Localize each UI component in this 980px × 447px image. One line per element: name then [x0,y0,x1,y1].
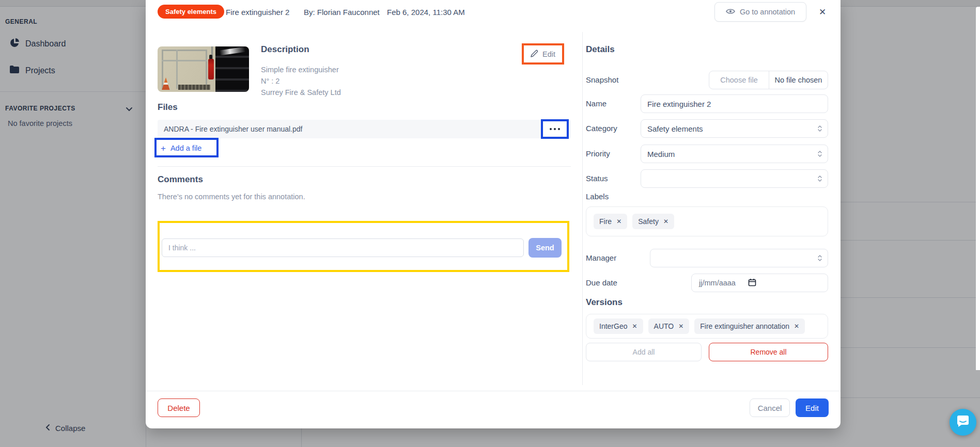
due-date-placeholder: jj/mm/aaaa [699,279,736,287]
priority-value: Medium [647,150,675,158]
file-actions-kebab-icon[interactable] [543,122,566,136]
status-select[interactable] [641,169,828,188]
app-root: GENERAL Dashboard Projects FAVORITE PROJ… [0,0,980,447]
category-badge: Safety elements [158,5,224,19]
scrollbar-track[interactable] [976,7,980,370]
add-file-button[interactable]: + Add a file [161,140,201,156]
description-line: N° : 2 [261,77,279,85]
column-divider [582,32,583,385]
labels-label: Labels [586,192,609,201]
chat-bubble-icon [956,415,970,429]
comments-heading: Comments [158,174,203,185]
category-label: Category [586,124,617,133]
remove-version-icon[interactable]: ✕ [678,323,683,330]
send-button[interactable]: Send [528,238,562,258]
edit-button[interactable]: Edit [796,398,829,417]
version-chip-text: Fire extinguisher annotation [700,322,789,330]
versions-container: InterGeo ✕ AUTO ✕ Fire extinguisher anno… [586,314,828,339]
name-input[interactable] [641,94,828,113]
thumbnail-frame-bar [162,60,207,61]
modal-title: Fire extinguisher 2 [226,0,289,24]
remove-label-icon[interactable]: ✕ [663,218,668,225]
file-list-item[interactable]: ANDRA - Fire extinguisher user manual.pd… [158,120,571,138]
files-heading: Files [158,102,178,113]
label-chip: Fire ✕ [594,214,627,229]
label-chip: Safety ✕ [632,214,674,229]
description-heading: Description [261,44,309,55]
file-name: ANDRA - Fire extinguisher user manual.pd… [164,125,302,133]
go-to-annotation-button[interactable]: Go to annotation [714,2,806,22]
add-all-button[interactable]: Add all [586,343,702,361]
due-date-input[interactable]: jj/mm/aaaa [691,274,828,292]
footer-divider [146,391,841,391]
remove-version-icon[interactable]: ✕ [632,323,637,330]
label-chip-text: Fire [599,217,612,226]
close-icon[interactable]: ✕ [816,6,829,18]
thumbnail-door-frame [162,50,207,90]
remove-label-icon[interactable]: ✕ [616,218,621,225]
manager-select[interactable] [650,249,828,267]
category-select[interactable]: Safety elements [641,119,828,138]
version-chip: Fire extinguisher annotation ✕ [694,318,805,334]
thumbnail-fire-extinguisher [208,59,214,79]
select-chevrons-icon [817,254,828,262]
go-to-annotation-label: Go to annotation [740,8,795,16]
no-file-chosen-text: No file chosen [769,71,828,89]
select-chevrons-icon [817,150,828,158]
version-chip-text: AUTO [654,322,674,330]
comment-input[interactable] [162,238,524,257]
section-divider [158,166,571,167]
snapshot-label: Snapshot [586,75,618,84]
label-chip-text: Safety [638,217,659,226]
remove-version-icon[interactable]: ✕ [794,323,799,330]
status-label: Status [586,174,608,183]
labels-container: Fire ✕ Safety ✕ [586,206,828,236]
description-edit-button[interactable]: Edit [524,45,562,62]
thumbnail-frame-bar [176,50,178,89]
select-chevrons-icon [817,124,828,133]
details-heading: Details [586,44,615,55]
choose-file-button[interactable]: Choose file [709,71,769,89]
annotation-modal: Safety elements Fire extinguisher 2 By: … [146,0,841,428]
due-date-label: Due date [586,278,617,287]
comments-empty-text: There's no comments yet for this annotat… [158,193,305,201]
add-file-label: Add a file [170,144,201,152]
description-edit-label: Edit [542,50,555,58]
modal-date: Feb 6, 2024, 11:30 AM [387,0,465,24]
eye-icon [726,8,735,16]
annotation-thumbnail [158,46,249,92]
remove-all-button[interactable]: Remove all [709,343,828,361]
calendar-icon [748,278,756,288]
version-chip: AUTO ✕ [648,318,690,334]
description-line: Surrey Fire & Safety Ltd [261,88,341,97]
pencil-icon [531,50,538,59]
modal-author: By: Florian Fauconnet [304,0,380,24]
cancel-button[interactable]: Cancel [750,398,790,417]
delete-button[interactable]: Delete [158,398,200,417]
thumbnail-floor-grate [178,85,210,90]
category-value: Safety elements [647,124,703,133]
chat-launcher-button[interactable] [950,409,976,436]
name-label: Name [586,99,606,108]
priority-select[interactable]: Medium [641,145,828,163]
select-chevrons-icon [817,174,828,183]
versions-heading: Versions [586,297,623,308]
plus-icon: + [161,144,166,153]
description-line: Simple fire extinguisher [261,66,339,74]
version-chip: InterGeo ✕ [594,318,643,334]
priority-label: Priority [586,149,610,158]
snapshot-file-input[interactable]: Choose file No file chosen [709,71,828,89]
version-chip-text: InterGeo [599,322,627,330]
manager-label: Manager [586,253,616,262]
